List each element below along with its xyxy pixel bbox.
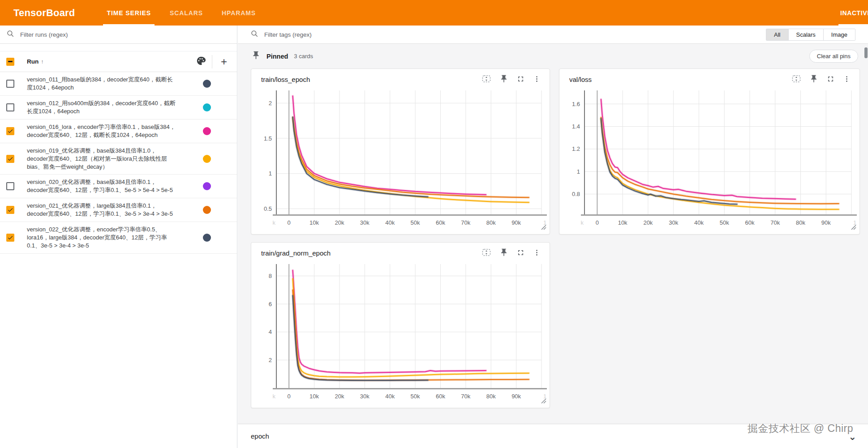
svg-text:2: 2 bbox=[269, 357, 272, 363]
app-logo: TensorBoard bbox=[13, 7, 75, 19]
svg-text:1: 1 bbox=[269, 170, 272, 177]
run-checkbox[interactable] bbox=[6, 234, 14, 242]
tab-hparams[interactable]: HPARAMS bbox=[212, 0, 265, 26]
svg-text:1.5: 1.5 bbox=[264, 135, 272, 142]
add-filter-button[interactable]: + bbox=[218, 57, 230, 66]
watermark: 掘金技术社区 @ Chirp bbox=[748, 422, 853, 435]
svg-text:k: k bbox=[273, 219, 276, 226]
run-row[interactable]: version_022_优化器调整，encoder学习率倍率0.5、lora16… bbox=[0, 222, 237, 254]
run-color-dot[interactable] bbox=[203, 206, 211, 214]
tag-type-filter-group: AllScalarsImage bbox=[766, 29, 855, 41]
run-row[interactable]: version_011_用base版的384，decoder宽度640，截断长度… bbox=[0, 72, 237, 96]
run-checkbox[interactable] bbox=[6, 103, 14, 111]
fit-to-data-icon[interactable] bbox=[791, 74, 801, 84]
run-color-dot[interactable] bbox=[203, 234, 211, 242]
card-resize-handle[interactable] bbox=[541, 397, 546, 405]
run-name: version_012_用so400m版的384，decoder宽度640，截断… bbox=[27, 99, 176, 115]
run-checkbox[interactable] bbox=[6, 80, 14, 88]
svg-text:1.6: 1.6 bbox=[572, 101, 580, 107]
chevron-down-icon[interactable]: ⌄ bbox=[848, 431, 856, 442]
run-name: version_022_优化器调整，encoder学习率倍率0.5、lora16… bbox=[27, 226, 176, 250]
svg-text:60k: 60k bbox=[745, 219, 754, 226]
run-color-dot[interactable] bbox=[203, 103, 211, 111]
run-name: version_016_lora，encoder学习率倍率0.1，base版38… bbox=[27, 123, 176, 139]
fullscreen-icon[interactable] bbox=[516, 75, 525, 83]
tab-time-series[interactable]: TIME SERIES bbox=[97, 0, 160, 26]
pinned-count: 3 cards bbox=[294, 53, 313, 60]
svg-text:0: 0 bbox=[596, 219, 599, 226]
pinned-label: Pinned bbox=[266, 53, 288, 60]
svg-text:60k: 60k bbox=[436, 219, 445, 226]
svg-text:0.5: 0.5 bbox=[264, 205, 272, 212]
svg-text:80k: 80k bbox=[486, 393, 496, 400]
run-row[interactable]: version_021_优化器调整，large版384且倍率0.1，decode… bbox=[0, 198, 237, 222]
run-checkbox[interactable] bbox=[6, 155, 14, 163]
main-scrollbar-thumb[interactable] bbox=[864, 47, 868, 58]
run-row[interactable]: version_016_lora，encoder学习率倍率0.1，base版38… bbox=[0, 119, 237, 143]
svg-text:30k: 30k bbox=[669, 219, 678, 226]
svg-text:k: k bbox=[581, 219, 584, 226]
fit-to-data-icon[interactable] bbox=[481, 247, 491, 257]
tags-filter-bar: AllScalarsImage bbox=[238, 26, 868, 44]
card-resize-handle[interactable] bbox=[541, 224, 546, 232]
palette-icon[interactable] bbox=[196, 56, 206, 68]
fullscreen-icon[interactable] bbox=[516, 248, 525, 257]
svg-text:6: 6 bbox=[269, 301, 272, 307]
svg-text:40k: 40k bbox=[385, 393, 395, 400]
run-checkbox[interactable] bbox=[6, 206, 14, 214]
sort-ascending-icon[interactable]: ↑ bbox=[41, 59, 43, 65]
run-column-label[interactable]: Run bbox=[27, 58, 39, 65]
run-color-dot[interactable] bbox=[203, 80, 211, 88]
scalar-card-val-loss: val/loss0.811.21.41.6010k20k30k40k50k60k… bbox=[559, 68, 860, 235]
select-all-runs-checkbox[interactable] bbox=[6, 58, 14, 66]
run-name: version_011_用base版的384，decoder宽度640，截断长度… bbox=[27, 76, 176, 92]
filter-button-image[interactable]: Image bbox=[824, 29, 855, 40]
run-row[interactable]: version_020_优化器调整，base版384且倍率0.1，decoder… bbox=[0, 175, 237, 198]
unpin-icon[interactable] bbox=[499, 74, 508, 83]
fullscreen-icon[interactable] bbox=[826, 75, 835, 83]
svg-text:10k: 10k bbox=[309, 219, 319, 226]
card-title: train/loss_epoch bbox=[261, 76, 310, 83]
tab-scalars[interactable]: SCALARS bbox=[160, 0, 212, 26]
card-toolbar bbox=[481, 74, 541, 84]
svg-text:50k: 50k bbox=[411, 219, 420, 226]
unpin-icon[interactable] bbox=[499, 248, 508, 257]
runs-filter-bar bbox=[0, 26, 237, 44]
run-checkbox[interactable] bbox=[6, 182, 14, 190]
run-table-header: Run ↑ + bbox=[0, 51, 237, 72]
svg-text:1: 1 bbox=[577, 168, 580, 175]
run-name: version_021_优化器调整，large版384且倍率0.1，decode… bbox=[27, 202, 176, 218]
run-color-dot[interactable] bbox=[203, 155, 211, 163]
more-options-icon[interactable] bbox=[843, 75, 851, 83]
line-chart[interactable]: 0.511.52010k20k30k40k50k60k70k80k90kk1 bbox=[251, 87, 550, 235]
pinned-cards-grid: train/loss_epoch0.511.52010k20k30k40k50k… bbox=[251, 68, 860, 408]
line-chart[interactable]: 2468010k20k30k40k50k60k70k80k90kk1 bbox=[251, 260, 550, 409]
run-row[interactable]: version_012_用so400m版的384，decoder宽度640，截断… bbox=[0, 96, 237, 119]
svg-text:10k: 10k bbox=[309, 393, 319, 400]
header-tabs: TIME SERIESSCALARSHPARAMS bbox=[97, 0, 265, 26]
runs-filter-input[interactable] bbox=[19, 31, 231, 38]
unpin-icon[interactable] bbox=[809, 74, 818, 83]
run-color-dot[interactable] bbox=[203, 182, 211, 190]
run-color-dot[interactable] bbox=[203, 127, 211, 135]
line-chart[interactable]: 0.811.21.41.6010k20k30k40k50k60k70k80k90… bbox=[559, 87, 860, 235]
card-resize-handle[interactable] bbox=[851, 224, 856, 232]
run-checkbox[interactable] bbox=[6, 127, 14, 135]
svg-text:70k: 70k bbox=[461, 393, 470, 400]
tags-filter-input[interactable] bbox=[263, 31, 761, 38]
fit-to-data-icon[interactable] bbox=[481, 74, 491, 84]
clear-all-pins-button[interactable]: Clear all pins bbox=[809, 50, 858, 63]
svg-text:80k: 80k bbox=[486, 219, 496, 226]
run-name: version_020_优化器调整，base版384且倍率0.1，decoder… bbox=[27, 178, 176, 194]
toolbar-divider bbox=[212, 55, 212, 68]
more-options-icon[interactable] bbox=[533, 248, 541, 257]
svg-text:30k: 30k bbox=[360, 219, 370, 226]
app-header: TensorBoard TIME SERIESSCALARSHPARAMS IN… bbox=[0, 0, 868, 26]
filter-button-scalars[interactable]: Scalars bbox=[789, 29, 824, 40]
more-options-icon[interactable] bbox=[533, 75, 541, 83]
tag-group-epoch[interactable]: epoch bbox=[251, 432, 269, 440]
status-inactive-dropdown[interactable]: INACTIVE bbox=[840, 0, 868, 26]
svg-text:20k: 20k bbox=[335, 219, 344, 226]
filter-button-all[interactable]: All bbox=[766, 29, 788, 40]
run-row[interactable]: version_019_优化器调整，base版384且倍率1.0，decoder… bbox=[0, 143, 237, 175]
